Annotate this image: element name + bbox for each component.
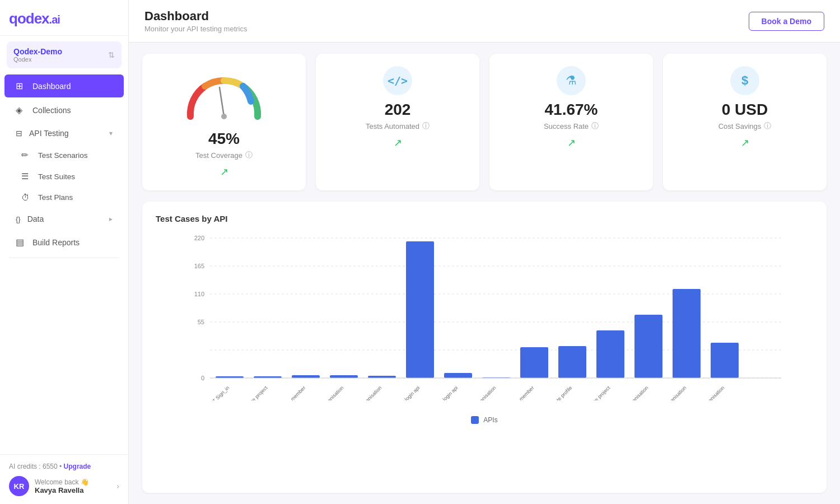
svg-text:invite a member: invite a member	[506, 385, 535, 400]
svg-text:0: 0	[201, 375, 204, 381]
info-icon[interactable]: ⓘ	[245, 150, 253, 160]
sidebar-item-api-testing[interactable]: ⊟ API Testing ▾	[4, 123, 124, 144]
svg-text:login api: login api	[442, 385, 459, 400]
legend-label-apis: APIs	[483, 416, 497, 424]
chevron-down-icon: ⇅	[108, 50, 115, 59]
data-label: Data	[27, 214, 44, 223]
svg-rect-21	[368, 376, 396, 378]
trend-icon: ↗	[220, 166, 228, 178]
chart-title: Test Cases by API	[156, 214, 813, 223]
svg-rect-35	[634, 315, 662, 378]
data-icon: {}	[16, 215, 21, 223]
stat-label: Tests Automated ⓘ	[366, 121, 430, 131]
stat-label: Cost Savings ⓘ	[718, 121, 772, 131]
main-content: Dashboard Monitor your API testing metri…	[129, 0, 840, 504]
logo-area: qodex.ai	[0, 0, 128, 36]
avatar: KR	[9, 476, 29, 496]
api-testing-icon: ⊟	[16, 129, 22, 138]
dollar-icon: $	[741, 73, 748, 88]
svg-text:55: 55	[198, 319, 204, 325]
svg-rect-25	[444, 373, 472, 378]
upgrade-link[interactable]: Upgrade	[64, 463, 91, 470]
welcome-text: Welcome back 👋	[35, 478, 111, 486]
trend-icon: ↗	[567, 137, 576, 149]
stat-card-tests-automated: </> 202 Tests Automated ⓘ ↗	[316, 54, 479, 190]
svg-text:220: 220	[194, 235, 204, 241]
svg-point-1	[221, 114, 227, 119]
collections-icon: ◈	[16, 105, 26, 115]
chart-area: 220 165 110 55 0 POST Sign_in create pro…	[156, 232, 813, 412]
user-name: Kavya Ravella	[35, 486, 111, 494]
header: Dashboard Monitor your API testing metri…	[129, 0, 840, 43]
svg-text:create organisation: create organisation	[615, 385, 649, 400]
svg-text:update organisation: update organisation	[690, 385, 725, 400]
svg-text:create project: create project	[243, 385, 269, 400]
stat-card-success-rate: ⚗ 41.67% Success Rate ⓘ ↗	[489, 54, 653, 190]
svg-text:update profile: update profile	[548, 385, 573, 400]
bar-chart-svg: 220 165 110 55 0 POST Sign_in create pro…	[156, 232, 813, 400]
sidebar-item-label: Dashboard	[32, 82, 71, 91]
info-icon[interactable]: ⓘ	[591, 121, 599, 131]
sidebar-item-collections[interactable]: ◈ Collections	[4, 99, 124, 122]
chevron-right-icon: ▸	[109, 215, 113, 223]
svg-text:fetch single organisation: fetch single organisation	[645, 385, 688, 400]
stat-label: Success Rate ⓘ	[544, 121, 599, 131]
sidebar-item-test-scenarios[interactable]: ✏ Test Scenarios	[4, 145, 124, 165]
stat-card-cost-savings: $ 0 USD Cost Savings ⓘ ↗	[663, 54, 827, 190]
svg-text:create organisation: create organisation	[310, 385, 344, 400]
project-selector[interactable]: Qodex-Demo Qodex ⇅	[7, 41, 122, 68]
page-title: Dashboard	[144, 9, 248, 24]
test-plans-icon: ⏱	[21, 193, 31, 202]
sidebar-item-data[interactable]: {} Data ▸	[4, 208, 124, 230]
sidebar: qodex.ai Qodex-Demo Qodex ⇅ ⊞ Dashboard …	[0, 0, 129, 504]
gauge-chart	[179, 66, 269, 128]
stat-label: Test Coverage ⓘ	[195, 150, 253, 160]
svg-text:110: 110	[194, 291, 204, 297]
info-icon[interactable]: ⓘ	[422, 121, 430, 131]
credits-row: AI credits : 6550 • Upgrade	[9, 463, 119, 470]
stat-icon-circle: ⚗	[557, 66, 586, 95]
sidebar-item-label: Test Scenarios	[38, 151, 88, 160]
svg-rect-17	[292, 375, 320, 378]
beaker-icon: ⚗	[566, 73, 577, 88]
sidebar-divider	[9, 258, 119, 258]
stat-card-test-coverage: 45% Test Coverage ⓘ ↗	[142, 54, 306, 190]
sidebar-item-build-reports[interactable]: ▤ Build Reports	[4, 231, 124, 254]
project-name: Qodex-Demo	[13, 47, 62, 56]
stat-value: 202	[385, 101, 411, 119]
test-scenarios-icon: ✏	[21, 150, 31, 160]
stat-value: 0 USD	[722, 101, 768, 119]
user-chevron-icon: ›	[116, 482, 119, 491]
svg-text:fetch single organisation: fetch single organisation	[340, 385, 383, 400]
page-subtitle: Monitor your API testing metrics	[144, 25, 248, 33]
svg-text:update organisation: update organisation	[461, 385, 497, 400]
user-row[interactable]: KR Welcome back 👋 Kavya Ravella ›	[9, 476, 119, 496]
sidebar-item-label: Test Suites	[38, 172, 75, 181]
sidebar-item-test-plans[interactable]: ⏱ Test Plans	[4, 188, 124, 207]
user-info: Welcome back 👋 Kavya Ravella	[35, 478, 111, 494]
logo: qodex.ai	[9, 10, 119, 27]
book-demo-button[interactable]: Book a Demo	[749, 12, 824, 31]
sidebar-item-test-suites[interactable]: ☰ Test Suites	[4, 166, 124, 186]
project-sub: Qodex	[13, 56, 62, 63]
info-icon[interactable]: ⓘ	[764, 121, 771, 131]
stats-row: 45% Test Coverage ⓘ ↗ </> 202 Tests Auto…	[129, 43, 840, 196]
build-reports-icon: ▤	[16, 237, 26, 248]
chart-legend: APIs	[156, 416, 813, 424]
trend-icon: ↗	[741, 137, 749, 149]
sidebar-item-label: Test Plans	[38, 193, 73, 202]
trend-icon: ↗	[394, 137, 402, 149]
stat-value: 41.67%	[545, 101, 598, 119]
svg-rect-33	[596, 330, 624, 378]
dashboard-icon: ⊞	[16, 81, 26, 91]
sidebar-item-label: Collections	[32, 106, 71, 115]
svg-rect-39	[711, 343, 739, 378]
gauge-svg	[179, 66, 269, 128]
stat-value: 45%	[208, 130, 240, 148]
sidebar-item-dashboard[interactable]: ⊞ Dashboard	[4, 74, 124, 97]
legend-color-apis	[471, 416, 479, 424]
stat-icon-circle: $	[730, 66, 759, 95]
svg-text:POST Sign_in: POST Sign_in	[204, 385, 230, 400]
svg-text:invite a member: invite a member	[277, 385, 306, 400]
svg-rect-31	[558, 346, 586, 378]
